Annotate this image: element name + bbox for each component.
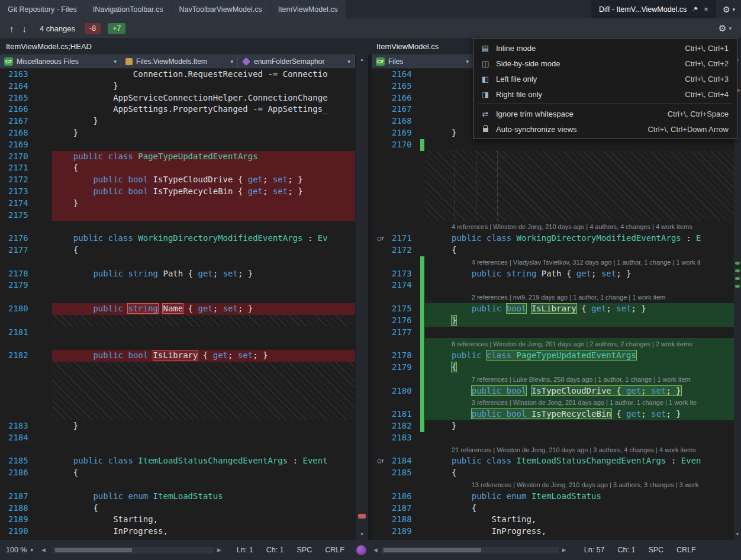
code-text[interactable]: Starting, xyxy=(52,514,355,526)
code-text[interactable]: public class PageTypeUpdatedEventArgs xyxy=(52,151,355,163)
changed-region-marker-icon[interactable]: ○↑ xyxy=(372,455,389,467)
code-text[interactable]: { xyxy=(425,467,734,479)
code-text[interactable]: public string Path { get; set; } xyxy=(425,268,734,280)
code-text[interactable]: { xyxy=(425,503,734,514)
code-text[interactable]: public string Path { get; set; } xyxy=(52,268,355,280)
left-horizontal-scrollbar[interactable] xyxy=(53,547,214,553)
tab[interactable]: ItemViewModel.cs xyxy=(270,0,346,18)
code-text[interactable] xyxy=(425,279,734,291)
changed-region-marker-icon[interactable]: ○↑ xyxy=(372,233,389,244)
codelens-label[interactable]: 21 references | Winston de Jong, 210 day… xyxy=(452,445,696,456)
chevron-down-icon[interactable]: ▾ xyxy=(732,7,735,12)
left-vertical-scrollbar[interactable]: ▲ ▼ xyxy=(355,54,368,540)
scroll-right-icon[interactable]: ▶ xyxy=(562,547,566,553)
code-text[interactable]: public bool IsLibrary { get; set; } xyxy=(425,303,734,315)
scroll-left-icon[interactable]: ◀ xyxy=(41,547,46,553)
code-text[interactable] xyxy=(52,139,355,151)
code-text[interactable]: public bool IsLibrary { get; set; } xyxy=(52,350,355,362)
right-line-indicator[interactable]: Ln: 57 xyxy=(584,546,605,554)
code-text[interactable]: public bool IsTypeRecycleBin { get; set;… xyxy=(425,408,734,420)
left-column-indicator[interactable]: Ch: 1 xyxy=(266,546,284,554)
next-change-button[interactable]: ↓ xyxy=(22,24,27,33)
code-text[interactable]: public bool IsTypeRecycleBin { get; set;… xyxy=(52,186,355,198)
right-horizontal-scrollbar[interactable] xyxy=(381,547,559,553)
codelens-label[interactable]: 13 references | Winston de Jong, 210 day… xyxy=(452,479,698,491)
code-text[interactable]: public string Name { get; set; } xyxy=(52,303,355,315)
codelens-text[interactable]: 2 references | nvi9, 219 days ago | 1 au… xyxy=(425,291,734,303)
code-text[interactable]: AppSettings.PropertyChanged -= AppSettin… xyxy=(52,104,355,115)
right-eol-indicator[interactable]: CRLF xyxy=(676,546,696,554)
code-text[interactable] xyxy=(425,432,734,444)
breadcrumb-dropdown-member[interactable]: enumFolderSemaphor▾ xyxy=(238,54,355,68)
left-line-indicator[interactable]: Ln: 1 xyxy=(237,546,253,554)
code-text[interactable]: } xyxy=(425,315,734,327)
codelens-text[interactable]: 4 references | Vladyslav Tsvietkov, 312 … xyxy=(425,256,734,268)
code-text[interactable]: public class WorkingDirectoryModifiedEve… xyxy=(52,233,355,244)
code-text[interactable] xyxy=(52,432,355,444)
code-text[interactable]: } xyxy=(52,420,355,432)
menu-item-inline-mode[interactable]: ▤Inline modeCtrl+\, Ctrl+1 xyxy=(475,40,736,56)
code-text[interactable]: public bool IsTypeCloudDrive { get; set;… xyxy=(52,174,355,186)
zoom-control[interactable]: 100 % ▾ xyxy=(0,546,39,554)
code-text[interactable]: { xyxy=(425,244,734,256)
breadcrumb-dropdown-project[interactable]: C#Files▾ xyxy=(372,54,473,68)
code-text[interactable] xyxy=(52,327,355,339)
code-text[interactable]: public enum ItemLoadStatus xyxy=(52,491,355,503)
code-text[interactable]: public class ItemLoadStatusChangedEventA… xyxy=(52,455,355,467)
code-text[interactable]: } xyxy=(52,198,355,210)
code-text[interactable]: public enum ItemLoadStatus xyxy=(425,491,734,503)
scroll-down-icon[interactable]: ▼ xyxy=(356,530,368,539)
close-icon[interactable]: × xyxy=(704,5,708,14)
right-space-indicator[interactable]: SPC xyxy=(648,546,663,554)
menu-item-side-by-side-mode[interactable]: ◫Side-by-side modeCtrl+\, Ctrl+2 xyxy=(475,56,736,71)
code-text[interactable]: Starting, xyxy=(425,514,734,526)
scrollbar-thumb[interactable] xyxy=(384,548,481,552)
code-text[interactable] xyxy=(52,210,355,221)
code-text[interactable]: InProgress, xyxy=(425,526,734,538)
tab[interactable]: NavToolbarViewModel.cs xyxy=(172,0,270,18)
breadcrumb-dropdown-project[interactable]: C#Miscellaneous Files▾ xyxy=(0,54,121,68)
menu-item-left-file-only[interactable]: ◧Left file onlyCtrl+\, Ctrl+3 xyxy=(475,71,736,86)
codelens-label[interactable]: 8 references | Winston de Jong, 201 days… xyxy=(452,339,692,350)
codelens-text[interactable]: 4 references | Winston de Jong, 210 days… xyxy=(425,221,734,233)
previous-change-button[interactable]: ↑ xyxy=(9,24,14,33)
menu-item-ignore-trim-whitespace[interactable]: ⇄Ignore trim whitespaceCtrl+\, Ctrl+Spac… xyxy=(475,106,736,121)
codelens-text[interactable]: 3 references | Winston de Jong, 201 days… xyxy=(425,397,734,408)
code-text[interactable]: } xyxy=(52,81,355,92)
tab[interactable]: Diff - ItemV...ViewModel.cs× xyxy=(591,0,716,18)
gear-icon[interactable]: ⚙ xyxy=(723,5,730,14)
tab[interactable]: Git Repository - Files xyxy=(0,0,85,18)
right-column-indicator[interactable]: Ch: 1 xyxy=(618,546,636,554)
right-editor[interactable]: 216421652166216721682169}21704 reference… xyxy=(372,69,734,540)
code-text[interactable]: { xyxy=(52,244,355,256)
codelens-label[interactable]: 4 references | Winston de Jong, 210 days… xyxy=(452,221,692,233)
codelens-label[interactable]: 2 references | nvi9, 219 days ago | 1 au… xyxy=(452,292,665,303)
code-text[interactable] xyxy=(425,139,734,151)
menu-item-right-file-only[interactable]: ◨Right file onlyCtrl+\, Ctrl+4 xyxy=(475,86,736,102)
code-text[interactable]: public class PageTypeUpdatedEventArgs xyxy=(425,350,734,362)
code-text[interactable]: } xyxy=(425,420,734,432)
left-eol-indicator[interactable]: CRLF xyxy=(325,546,344,554)
code-text[interactable]: AppServiceConnectionHelper.ConnectionCha… xyxy=(52,92,355,104)
tab[interactable]: INavigationToolbar.cs xyxy=(85,0,171,18)
code-text[interactable]: { xyxy=(425,362,734,374)
code-text[interactable]: public class ItemLoadStatusChangedEventA… xyxy=(425,455,734,467)
code-text[interactable] xyxy=(52,279,355,291)
codelens-text[interactable]: 21 references | Winston de Jong, 210 day… xyxy=(425,444,734,456)
pin-icon[interactable] xyxy=(692,6,698,12)
code-text[interactable] xyxy=(425,327,734,339)
codelens-label[interactable]: 7 references | Luke Blevins, 258 days ag… xyxy=(452,374,691,385)
codelens-text[interactable]: 13 references | Winston de Jong, 210 day… xyxy=(425,479,734,491)
purple-status-icon[interactable] xyxy=(356,545,366,555)
scroll-left-icon[interactable]: ◀ xyxy=(373,547,378,553)
code-text[interactable]: InProgress, xyxy=(52,526,355,538)
codelens-label[interactable]: 3 references | Winston de Jong, 201 days… xyxy=(452,397,697,408)
breadcrumb-dropdown-type[interactable]: Files.ViewModels.Item▾ xyxy=(121,54,238,68)
scroll-up-icon[interactable]: ▲ xyxy=(356,56,368,64)
code-text[interactable]: { xyxy=(52,162,355,174)
codelens-text[interactable]: 7 references | Luke Blevins, 258 days ag… xyxy=(425,374,734,385)
code-text[interactable]: } xyxy=(52,127,355,139)
code-text[interactable]: } xyxy=(52,115,355,127)
diff-settings-button[interactable]: ⚙ ▾ xyxy=(719,23,732,34)
codelens-label[interactable]: 4 references | Vladyslav Tsvietkov, 312 … xyxy=(452,257,700,268)
